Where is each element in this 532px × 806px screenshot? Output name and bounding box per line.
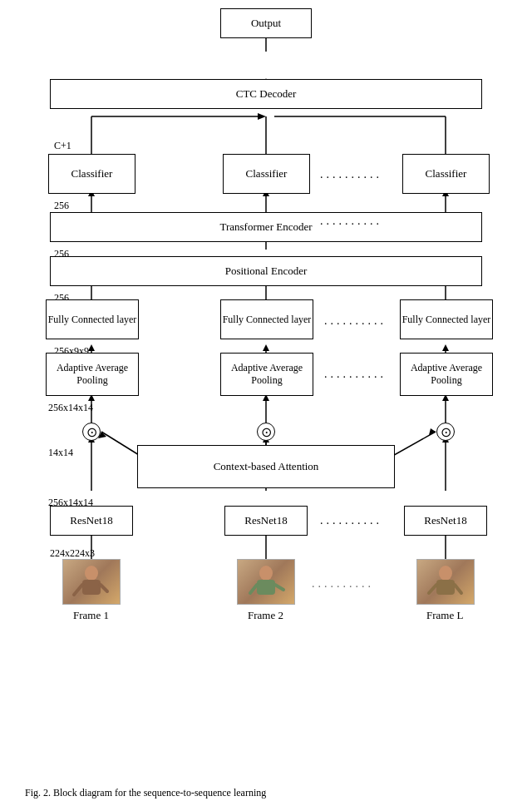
ctc-decoder-box: CTC Decoder xyxy=(50,79,482,109)
frameL-img xyxy=(416,559,475,605)
svg-line-55 xyxy=(74,585,82,595)
svg-line-60 xyxy=(275,585,283,590)
svg-marker-46 xyxy=(429,428,436,435)
dim-14x14-label: 14x14 xyxy=(48,447,73,459)
svg-marker-27 xyxy=(263,344,269,351)
svg-point-61 xyxy=(439,566,452,581)
dots-resnet: .......... xyxy=(320,514,382,527)
dots-frames: .......... xyxy=(312,577,374,591)
classifier2-label: Classifier xyxy=(246,167,288,180)
frameL-label: Frame L xyxy=(426,609,463,622)
resnet1-box: ResNet18 xyxy=(50,506,133,536)
frame2-img xyxy=(237,559,295,605)
fc2-box: Fully Connected layer xyxy=(220,299,313,339)
transformer-label: Transformer Encoder xyxy=(219,220,312,234)
classifier3-label: Classifier xyxy=(426,167,467,180)
aap2-label: Adaptive AveragePooling xyxy=(231,362,303,387)
svg-line-63 xyxy=(429,585,436,593)
aap1-box: Adaptive AveragePooling xyxy=(46,353,139,396)
positional-label: Positional Encoder xyxy=(225,265,308,278)
fc2-label: Fully Connected layer xyxy=(223,314,312,326)
output-box: Output xyxy=(220,8,312,38)
frame1-label: Frame 1 xyxy=(73,609,109,622)
resnet3-label: ResNet18 xyxy=(424,514,466,527)
dim256-1-label: 256 xyxy=(54,200,69,212)
svg-marker-25 xyxy=(88,344,95,351)
svg-rect-54 xyxy=(82,580,101,595)
dim-256x14x14-top-label: 256x14x14 xyxy=(48,402,93,414)
classifier2-box: Classifier xyxy=(223,154,310,194)
positional-box: Positional Encoder xyxy=(50,256,482,286)
aap3-label: Adaptive AveragePooling xyxy=(411,362,482,387)
svg-point-57 xyxy=(259,566,273,581)
svg-line-56 xyxy=(101,585,107,591)
transformer-box: Transformer Encoder xyxy=(50,212,482,242)
svg-rect-58 xyxy=(257,580,275,595)
aap1-label: Adaptive AveragePooling xyxy=(57,362,128,387)
classifier3-box: Classifier xyxy=(402,154,490,194)
dots-classifiers: .......... xyxy=(320,168,382,181)
output-label: Output xyxy=(251,17,281,30)
caption: Fig. 2. Block diagram for the sequence-t… xyxy=(25,787,507,799)
dots-aap: .......... xyxy=(324,368,387,381)
fc3-box: Fully Connected layer xyxy=(400,299,493,339)
dim-224x224x3-label: 224x224x3 xyxy=(50,547,95,560)
aap3-box: Adaptive AveragePooling xyxy=(400,353,493,396)
fc3-label: Fully Connected layer xyxy=(402,314,491,326)
svg-marker-6 xyxy=(258,113,266,120)
svg-point-53 xyxy=(85,566,98,581)
resnet3-box: ResNet18 xyxy=(404,506,487,536)
resnet2-label: ResNet18 xyxy=(244,514,287,527)
aap2-box: Adaptive AveragePooling xyxy=(220,353,313,396)
ctc-decoder-label: CTC Decoder xyxy=(236,87,297,101)
c-plus-1-label: C+1 xyxy=(54,140,71,152)
svg-rect-62 xyxy=(436,580,455,595)
attention-label: Context-based Attention xyxy=(214,460,319,473)
attention-box: Context-based Attention xyxy=(137,445,395,488)
svg-line-59 xyxy=(250,585,257,593)
fc1-label: Fully Connected layer xyxy=(48,314,137,326)
frame2-label: Frame 2 xyxy=(248,609,283,622)
svg-line-64 xyxy=(455,585,461,593)
classifier1-label: Classifier xyxy=(71,167,113,180)
circle-dot2 xyxy=(257,423,275,441)
circle-dot1 xyxy=(82,423,101,441)
resnet1-label: ResNet18 xyxy=(70,514,112,527)
dots-transformer: .......... xyxy=(320,215,382,228)
dots-fc: .......... xyxy=(324,314,387,328)
circle-dot3 xyxy=(436,423,455,441)
resnet2-box: ResNet18 xyxy=(224,506,308,536)
classifier1-box: Classifier xyxy=(48,154,135,194)
frame1-img xyxy=(62,559,121,605)
svg-marker-29 xyxy=(442,344,449,351)
fc1-box: Fully Connected layer xyxy=(46,299,139,339)
